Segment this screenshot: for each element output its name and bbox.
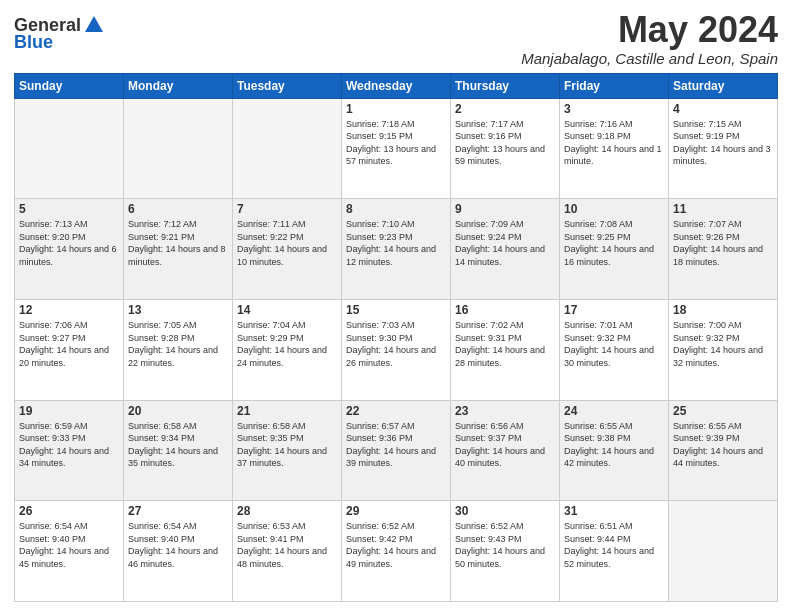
day-number: 16 (455, 303, 555, 317)
day-number: 15 (346, 303, 446, 317)
calendar-cell: 20Sunrise: 6:58 AM Sunset: 9:34 PM Dayli… (124, 400, 233, 501)
calendar-week-row: 26Sunrise: 6:54 AM Sunset: 9:40 PM Dayli… (15, 501, 778, 602)
calendar-cell: 31Sunrise: 6:51 AM Sunset: 9:44 PM Dayli… (560, 501, 669, 602)
day-number: 22 (346, 404, 446, 418)
calendar-cell (15, 98, 124, 199)
calendar-cell: 4Sunrise: 7:15 AM Sunset: 9:19 PM Daylig… (669, 98, 778, 199)
cell-text: Sunrise: 6:59 AM Sunset: 9:33 PM Dayligh… (19, 420, 119, 470)
cell-text: Sunrise: 7:03 AM Sunset: 9:30 PM Dayligh… (346, 319, 446, 369)
calendar-day-header: Wednesday (342, 73, 451, 98)
cell-text: Sunrise: 7:16 AM Sunset: 9:18 PM Dayligh… (564, 118, 664, 168)
calendar-cell: 6Sunrise: 7:12 AM Sunset: 9:21 PM Daylig… (124, 199, 233, 300)
calendar-day-header: Thursday (451, 73, 560, 98)
logo: General Blue (14, 14, 105, 53)
cell-text: Sunrise: 6:55 AM Sunset: 9:38 PM Dayligh… (564, 420, 664, 470)
day-number: 29 (346, 504, 446, 518)
calendar-cell: 2Sunrise: 7:17 AM Sunset: 9:16 PM Daylig… (451, 98, 560, 199)
calendar-cell: 8Sunrise: 7:10 AM Sunset: 9:23 PM Daylig… (342, 199, 451, 300)
calendar-table: SundayMondayTuesdayWednesdayThursdayFrid… (14, 73, 778, 602)
day-number: 3 (564, 102, 664, 116)
cell-text: Sunrise: 7:00 AM Sunset: 9:32 PM Dayligh… (673, 319, 773, 369)
cell-text: Sunrise: 6:57 AM Sunset: 9:36 PM Dayligh… (346, 420, 446, 470)
cell-text: Sunrise: 6:52 AM Sunset: 9:42 PM Dayligh… (346, 520, 446, 570)
calendar-cell: 26Sunrise: 6:54 AM Sunset: 9:40 PM Dayli… (15, 501, 124, 602)
page: General Blue May 2024 Manjabalago, Casti… (0, 0, 792, 612)
cell-text: Sunrise: 7:12 AM Sunset: 9:21 PM Dayligh… (128, 218, 228, 268)
cell-text: Sunrise: 7:08 AM Sunset: 9:25 PM Dayligh… (564, 218, 664, 268)
calendar-cell: 14Sunrise: 7:04 AM Sunset: 9:29 PM Dayli… (233, 299, 342, 400)
day-number: 24 (564, 404, 664, 418)
cell-text: Sunrise: 6:56 AM Sunset: 9:37 PM Dayligh… (455, 420, 555, 470)
svg-marker-0 (85, 16, 103, 32)
day-number: 26 (19, 504, 119, 518)
calendar-cell: 27Sunrise: 6:54 AM Sunset: 9:40 PM Dayli… (124, 501, 233, 602)
calendar-cell: 9Sunrise: 7:09 AM Sunset: 9:24 PM Daylig… (451, 199, 560, 300)
cell-text: Sunrise: 7:11 AM Sunset: 9:22 PM Dayligh… (237, 218, 337, 268)
cell-text: Sunrise: 7:10 AM Sunset: 9:23 PM Dayligh… (346, 218, 446, 268)
cell-text: Sunrise: 6:58 AM Sunset: 9:34 PM Dayligh… (128, 420, 228, 470)
day-number: 30 (455, 504, 555, 518)
cell-text: Sunrise: 7:17 AM Sunset: 9:16 PM Dayligh… (455, 118, 555, 168)
cell-text: Sunrise: 6:52 AM Sunset: 9:43 PM Dayligh… (455, 520, 555, 570)
calendar-day-header: Tuesday (233, 73, 342, 98)
calendar-cell: 22Sunrise: 6:57 AM Sunset: 9:36 PM Dayli… (342, 400, 451, 501)
cell-text: Sunrise: 6:53 AM Sunset: 9:41 PM Dayligh… (237, 520, 337, 570)
cell-text: Sunrise: 7:07 AM Sunset: 9:26 PM Dayligh… (673, 218, 773, 268)
day-number: 23 (455, 404, 555, 418)
cell-text: Sunrise: 7:15 AM Sunset: 9:19 PM Dayligh… (673, 118, 773, 168)
day-number: 17 (564, 303, 664, 317)
calendar-day-header: Friday (560, 73, 669, 98)
day-number: 28 (237, 504, 337, 518)
calendar-day-header: Sunday (15, 73, 124, 98)
calendar-day-header: Saturday (669, 73, 778, 98)
calendar-cell: 30Sunrise: 6:52 AM Sunset: 9:43 PM Dayli… (451, 501, 560, 602)
calendar-cell: 28Sunrise: 6:53 AM Sunset: 9:41 PM Dayli… (233, 501, 342, 602)
calendar-cell: 19Sunrise: 6:59 AM Sunset: 9:33 PM Dayli… (15, 400, 124, 501)
day-number: 27 (128, 504, 228, 518)
day-number: 8 (346, 202, 446, 216)
calendar-cell: 15Sunrise: 7:03 AM Sunset: 9:30 PM Dayli… (342, 299, 451, 400)
calendar-cell: 10Sunrise: 7:08 AM Sunset: 9:25 PM Dayli… (560, 199, 669, 300)
calendar-cell: 3Sunrise: 7:16 AM Sunset: 9:18 PM Daylig… (560, 98, 669, 199)
calendar-cell: 23Sunrise: 6:56 AM Sunset: 9:37 PM Dayli… (451, 400, 560, 501)
cell-text: Sunrise: 7:01 AM Sunset: 9:32 PM Dayligh… (564, 319, 664, 369)
day-number: 31 (564, 504, 664, 518)
calendar-header-row: SundayMondayTuesdayWednesdayThursdayFrid… (15, 73, 778, 98)
cell-text: Sunrise: 7:05 AM Sunset: 9:28 PM Dayligh… (128, 319, 228, 369)
calendar-cell: 17Sunrise: 7:01 AM Sunset: 9:32 PM Dayli… (560, 299, 669, 400)
calendar-cell: 24Sunrise: 6:55 AM Sunset: 9:38 PM Dayli… (560, 400, 669, 501)
header: General Blue May 2024 Manjabalago, Casti… (14, 10, 778, 67)
day-number: 13 (128, 303, 228, 317)
calendar-cell (669, 501, 778, 602)
day-number: 21 (237, 404, 337, 418)
calendar-cell: 12Sunrise: 7:06 AM Sunset: 9:27 PM Dayli… (15, 299, 124, 400)
day-number: 7 (237, 202, 337, 216)
calendar-cell: 5Sunrise: 7:13 AM Sunset: 9:20 PM Daylig… (15, 199, 124, 300)
cell-text: Sunrise: 7:02 AM Sunset: 9:31 PM Dayligh… (455, 319, 555, 369)
day-number: 5 (19, 202, 119, 216)
calendar-cell: 25Sunrise: 6:55 AM Sunset: 9:39 PM Dayli… (669, 400, 778, 501)
calendar-cell: 18Sunrise: 7:00 AM Sunset: 9:32 PM Dayli… (669, 299, 778, 400)
day-number: 2 (455, 102, 555, 116)
calendar-cell (124, 98, 233, 199)
calendar-day-header: Monday (124, 73, 233, 98)
day-number: 4 (673, 102, 773, 116)
calendar-cell (233, 98, 342, 199)
location: Manjabalago, Castille and Leon, Spain (521, 50, 778, 67)
day-number: 25 (673, 404, 773, 418)
calendar-cell: 7Sunrise: 7:11 AM Sunset: 9:22 PM Daylig… (233, 199, 342, 300)
day-number: 19 (19, 404, 119, 418)
month-title: May 2024 (521, 10, 778, 50)
cell-text: Sunrise: 7:18 AM Sunset: 9:15 PM Dayligh… (346, 118, 446, 168)
day-number: 14 (237, 303, 337, 317)
day-number: 18 (673, 303, 773, 317)
calendar-cell: 21Sunrise: 6:58 AM Sunset: 9:35 PM Dayli… (233, 400, 342, 501)
day-number: 20 (128, 404, 228, 418)
calendar-week-row: 19Sunrise: 6:59 AM Sunset: 9:33 PM Dayli… (15, 400, 778, 501)
cell-text: Sunrise: 6:58 AM Sunset: 9:35 PM Dayligh… (237, 420, 337, 470)
cell-text: Sunrise: 7:13 AM Sunset: 9:20 PM Dayligh… (19, 218, 119, 268)
calendar-cell: 1Sunrise: 7:18 AM Sunset: 9:15 PM Daylig… (342, 98, 451, 199)
day-number: 1 (346, 102, 446, 116)
cell-text: Sunrise: 7:09 AM Sunset: 9:24 PM Dayligh… (455, 218, 555, 268)
logo-icon (83, 14, 105, 36)
